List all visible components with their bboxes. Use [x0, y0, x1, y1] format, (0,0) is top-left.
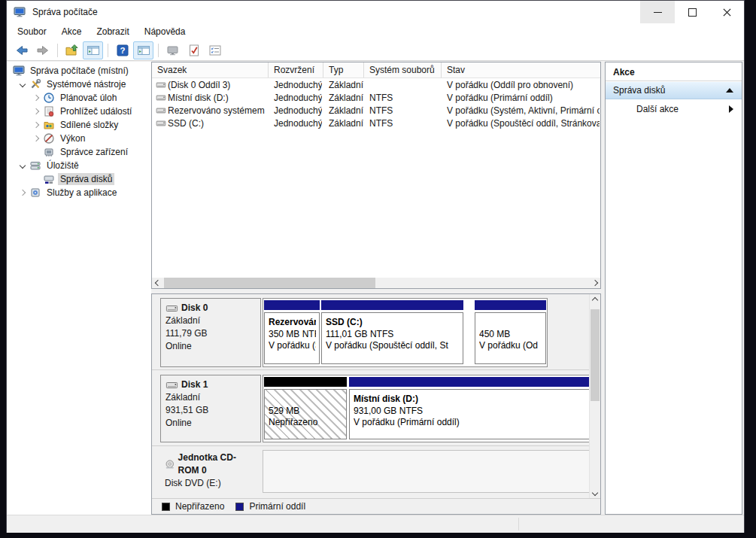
volume-row[interactable]: Místní disk (D:) Jednoduchý Základní NTF…	[152, 91, 600, 104]
chevron-right-icon[interactable]	[31, 93, 41, 103]
window-title: Správa počítače	[32, 7, 98, 17]
event-viewer-icon	[43, 105, 55, 117]
column-header-typ[interactable]: Typ	[323, 62, 364, 78]
action-pane-icon	[136, 43, 151, 58]
tree-item-event-viewer[interactable]: Prohlížeč událostí	[31, 105, 151, 118]
back-icon	[14, 43, 29, 58]
minimize-icon	[654, 12, 662, 13]
tree-item-services-apps[interactable]: Služby a aplikace	[17, 186, 151, 199]
scroll-left-button[interactable]	[152, 278, 163, 288]
show-hide-action-pane-button[interactable]	[133, 41, 153, 59]
horizontal-scrollbar-thumb[interactable]	[164, 278, 375, 288]
maximize-button[interactable]	[675, 1, 709, 23]
menu-akce[interactable]: Akce	[54, 24, 90, 39]
volume-list-header: Svazek Rozvržení Typ Systém souborů Stav	[152, 62, 600, 78]
unallocated-partition-bar	[264, 377, 347, 387]
primary-partition-bar	[349, 377, 591, 387]
chevron-right-icon[interactable]	[31, 120, 41, 130]
toolbar-separator	[108, 44, 108, 57]
primary-partition-bar	[475, 300, 546, 310]
disk-graphical-view: Disk 0 Základní 111,79 GB Online Rezervo…	[151, 293, 601, 515]
help-icon: ?	[115, 43, 130, 58]
console-tree: Správa počítače (místní) Systémové nástr…	[7, 62, 151, 515]
legend-label-unallocated: Nepřiřazeno	[175, 501, 224, 512]
menu-soubor[interactable]: Soubor	[10, 24, 54, 39]
actions-group-disk-management[interactable]: Správa disků	[606, 82, 742, 99]
menu-napoveda[interactable]: Nápověda	[137, 24, 193, 39]
partition-recovery-450mb[interactable]: 450 MB V pořádku (Od	[475, 300, 546, 364]
svg-text:?: ?	[120, 46, 125, 55]
unallocated-swatch	[162, 503, 170, 511]
column-header-rozvrzeni[interactable]: Rozvržení	[269, 62, 323, 78]
chevron-right-icon	[591, 280, 597, 286]
chevron-down-icon[interactable]	[17, 79, 28, 90]
desktop: { "window": { "title": "Správa počítače"…	[0, 0, 756, 538]
primary-partition-bar	[321, 300, 463, 310]
view-list-button[interactable]	[205, 41, 225, 59]
up-folder-icon	[65, 43, 80, 58]
tree-item-disk-management[interactable]: Správa disků	[31, 172, 151, 186]
cdrom-info-box[interactable]: Jednotka CD-ROM 0 Disk DVD (E:) Žádné mé…	[160, 448, 261, 495]
tree-item-system-tools[interactable]: Systémové nástroje	[17, 78, 151, 91]
forward-button[interactable]	[32, 41, 53, 59]
tree-item-computer-management-root[interactable]: Správa počítače (místní)	[11, 64, 151, 78]
check-document-icon	[187, 43, 202, 58]
checklist-icon	[208, 43, 223, 58]
menu-zobrazit[interactable]: Zobrazit	[89, 24, 136, 39]
shared-folders-icon	[43, 119, 55, 131]
console-tree-icon	[86, 43, 101, 58]
column-header-stav[interactable]: Stav	[442, 62, 600, 78]
column-header-system-souboru[interactable]: Systém souborů	[364, 62, 442, 78]
tree-item-performance[interactable]: Výkon	[31, 132, 151, 145]
status-bar	[7, 515, 744, 533]
submenu-arrow-icon	[729, 105, 733, 113]
title-bar: Správa počítače	[7, 1, 744, 23]
actions-item-more-actions[interactable]: Další akce	[606, 99, 742, 118]
partition-ssd-c[interactable]: SSD (C:) 111,01 GB NTFS V pořádku (Spouš…	[321, 300, 463, 364]
scroll-up-button[interactable]	[590, 294, 600, 305]
vertical-scrollbar[interactable]	[589, 294, 600, 498]
disk0-info-box[interactable]: Disk 0 Základní 111,79 GB Online	[160, 298, 261, 367]
disk-row-separator	[152, 369, 600, 370]
chevron-right-icon[interactable]	[17, 187, 28, 198]
system-tools-icon	[29, 78, 41, 90]
disk1-info-box[interactable]: Disk 1 Základní 931,51 GB Online	[160, 375, 261, 442]
tree-item-shared-folders[interactable]: Sdílené složky	[31, 118, 151, 132]
column-header-svazek[interactable]: Svazek	[152, 62, 269, 78]
tree-item-device-manager[interactable]: Správce zařízení	[31, 145, 151, 159]
computer-management-window: Správa počítače Soubor Akce Zobrazit Náp…	[6, 0, 745, 533]
collapse-icon[interactable]	[726, 88, 733, 93]
partition-local-disk-d[interactable]: Místní disk (D:) 931,00 GB NTFS V pořádk…	[349, 377, 591, 439]
performance-icon	[43, 132, 55, 144]
show-hide-console-tree-button[interactable]	[83, 41, 103, 59]
volume-row[interactable]: SSD (C:) Jednoduchý Základní NTFS V pořá…	[152, 117, 600, 129]
content-area: Správa počítače (místní) Systémové nástr…	[7, 61, 744, 515]
chevron-right-icon[interactable]	[31, 133, 41, 144]
partition-system-reserved[interactable]: Rezervováno 350 MB NTFS V pořádku (Sy	[264, 300, 320, 364]
scroll-right-button[interactable]	[589, 278, 600, 288]
horizontal-scrollbar[interactable]	[152, 278, 600, 288]
close-button[interactable]	[709, 1, 744, 23]
chevron-up-icon	[592, 296, 598, 302]
tree-item-task-scheduler[interactable]: Plánovač úloh	[31, 91, 151, 105]
actions-pane-title: Akce	[606, 62, 742, 81]
minimize-button[interactable]	[640, 1, 675, 23]
toolbar-separator	[158, 44, 159, 57]
vertical-scrollbar-thumb[interactable]	[591, 309, 600, 401]
check-disk-button[interactable]	[184, 41, 204, 59]
legend-label-primary: Primární oddíl	[249, 501, 305, 512]
properties-button[interactable]	[162, 41, 183, 59]
scroll-down-button[interactable]	[590, 487, 600, 498]
volume-icon	[156, 81, 166, 89]
partition-unallocated-529mb[interactable]: 529 MB Nepřiřazeno	[264, 377, 347, 439]
chevron-right-icon[interactable]	[31, 106, 41, 117]
back-button[interactable]	[11, 41, 32, 59]
chevron-down-icon[interactable]	[17, 160, 28, 171]
volume-row[interactable]: (Disk 0 Oddíl 3) Jednoduchý Základní V p…	[152, 78, 600, 91]
status-bar-divider	[518, 518, 519, 530]
up-one-level-button[interactable]	[62, 41, 82, 59]
tree-item-storage[interactable]: Úložiště	[17, 159, 151, 172]
help-button[interactable]: ?	[112, 41, 132, 59]
volume-row[interactable]: Rezervováno systémem Jednoduchý Základní…	[152, 104, 600, 117]
cdrom-media-area[interactable]	[263, 450, 593, 493]
